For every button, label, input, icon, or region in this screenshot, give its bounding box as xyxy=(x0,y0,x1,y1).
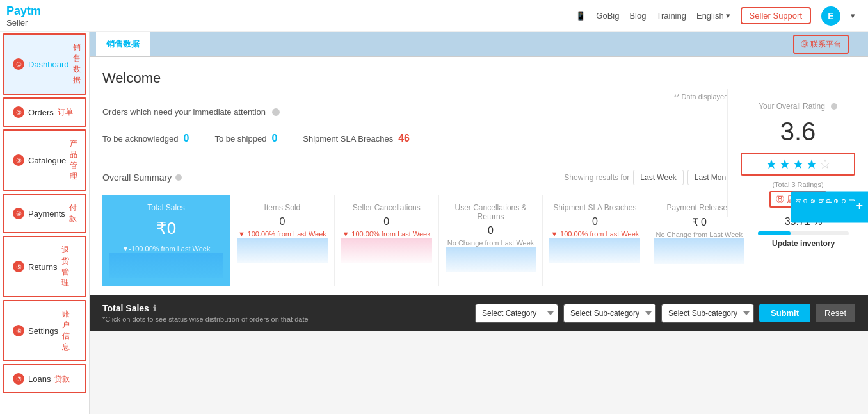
main-content: 销售数据 ⑨ 联系平台 Welcome ** Data displayed on… xyxy=(90,32,868,414)
catalog-progress-fill xyxy=(758,231,791,235)
stat-shipment-sla: Shipment SLA Breaches 46 xyxy=(303,133,410,144)
sidebar-item-dashboard[interactable]: ① Dashboard 销售数据 xyxy=(3,33,86,95)
sidebar-item-returns[interactable]: ⑤ Returns 退货管理 xyxy=(3,236,86,297)
stat-shipment-sla-breaches: Shipment SLA Breaches 0 ▼-100.00% from L… xyxy=(543,195,647,286)
items-sold-title: Items Sold xyxy=(237,203,328,212)
update-inventory-link[interactable]: Update inventory xyxy=(758,239,849,248)
total-sales-change: ▼-100.00% from Last Week xyxy=(109,245,223,253)
info-icon[interactable]: ℹ xyxy=(153,304,156,313)
language-selector[interactable]: English ▾ xyxy=(696,11,730,21)
shipment-sla-value: 0 xyxy=(549,216,640,228)
sla-label: Shipment SLA Breaches xyxy=(303,134,393,144)
tab-sales-data[interactable]: 销售数据 xyxy=(96,32,150,56)
content-area: Welcome ** Data displayed on the dashboa… xyxy=(90,57,868,331)
attention-label: Orders which need your immediate attenti… xyxy=(102,107,266,117)
feedback-tab[interactable]: + feedback xyxy=(791,192,868,223)
stat-total-sales: Total Sales ₹0 ▼-100.00% from Last Week xyxy=(102,195,230,286)
badge-6: ⑥ xyxy=(13,325,24,336)
stat-items-sold: Items Sold 0 ▼-100.00% from Last Week xyxy=(230,195,335,286)
user-cancellations-value: 0 xyxy=(446,225,536,236)
training-link[interactable]: Training xyxy=(656,11,686,21)
bottom-subtitle: *Click on dots to see status wise distri… xyxy=(102,315,309,323)
badge-5: ⑤ xyxy=(13,261,24,272)
sidebar-cn-payments: 付款 xyxy=(69,203,77,224)
acknowledged-label: To be acknowledged xyxy=(102,134,179,144)
sidebar-label-settings: Settings xyxy=(28,326,58,336)
sidebar-cn-returns: 退货管理 xyxy=(61,245,76,288)
sidebar-cn-settings: 账户信息 xyxy=(62,309,76,352)
phone-icon: 📱 xyxy=(575,11,586,21)
stat-to-be-shipped: To be shipped 0 xyxy=(214,133,277,144)
paytm-logo: Paytm xyxy=(6,4,41,18)
shipped-value: 0 xyxy=(271,133,277,144)
shipped-label: To be shipped xyxy=(214,134,266,144)
items-sold-value: 0 xyxy=(237,216,328,228)
seller-support-button[interactable]: Seller Support xyxy=(741,7,811,24)
sidebar-label-returns: Returns xyxy=(28,262,58,272)
sidebar-label-dashboard: Dashboard xyxy=(28,60,69,69)
badge-7: ⑦ xyxy=(13,373,24,385)
seller-cancellations-change: ▼-100.00% from Last Week xyxy=(341,230,432,238)
payment-released-value: ₹ 0 xyxy=(654,216,744,228)
select-subcategory-2[interactable]: Select Sub-category xyxy=(661,304,754,323)
tab-label: 销售数据 xyxy=(106,38,140,50)
summary-dot xyxy=(175,174,182,181)
seller-label: Seller xyxy=(6,18,28,28)
stat-user-cancellations: User Cancellations & Returns 0 No Change… xyxy=(439,195,543,286)
avatar[interactable]: E xyxy=(821,6,840,26)
language-label: English xyxy=(696,11,724,21)
rating-number: 3.6 xyxy=(741,117,855,146)
sidebar-label-payments: Payments xyxy=(28,209,65,219)
sidebar-label-loans: Loans xyxy=(28,374,51,384)
chevron-down-icon[interactable]: ▾ xyxy=(851,11,855,21)
summary-title-text: Overall Summary xyxy=(102,172,172,183)
nav-links: 📱 GoBig Blog Training English ▾ Seller S… xyxy=(575,6,855,26)
top-navigation: Paytm Seller 📱 GoBig Blog Training Engli… xyxy=(0,0,868,32)
sidebar-item-catalogue[interactable]: ③ Catalogue 产品管理 xyxy=(3,129,86,191)
sidebar-cn-loans: 贷款 xyxy=(54,374,70,385)
items-sold-change: ▼-100.00% from Last Week xyxy=(237,230,328,238)
shipment-sla-change: ▼-100.00% from Last Week xyxy=(549,230,640,238)
bottom-controls: Select Category Select Sub-category Sele… xyxy=(475,304,855,323)
rating-label: Your Overall Rating xyxy=(759,102,825,111)
select-subcategory-1[interactable]: Select Sub-category xyxy=(563,304,656,323)
logo: Paytm Seller xyxy=(6,4,41,28)
contact-platform-label: ⑨ 联系平台 xyxy=(801,39,841,50)
seller-cancellations-sparkline xyxy=(341,238,432,263)
sidebar-item-payments[interactable]: ④ Payments 付款 xyxy=(3,194,86,233)
app-layout: ① Dashboard 销售数据 ② Orders 订单 ③ Catalogue… xyxy=(0,32,868,414)
last-week-button[interactable]: Last Week xyxy=(633,170,683,185)
sidebar-item-loans[interactable]: ⑦ Loans 贷款 xyxy=(3,364,86,393)
sidebar-cn-orders: 订单 xyxy=(58,107,73,118)
catalog-progress-bar xyxy=(758,231,849,235)
badge-1: ① xyxy=(13,58,24,70)
rating-header: Your Overall Rating xyxy=(741,102,855,111)
summary-title: Overall Summary xyxy=(102,172,182,183)
shipment-sla-sparkline xyxy=(549,238,640,263)
welcome-title: Welcome xyxy=(102,70,855,87)
showing-label: Showing results for xyxy=(564,173,629,182)
contact-platform[interactable]: ⑨ 联系平台 xyxy=(793,35,849,54)
sidebar: ① Dashboard 销售数据 ② Orders 订单 ③ Catalogue… xyxy=(0,32,90,414)
stars-row: ★ ★ ★ ★ ☆ xyxy=(741,153,855,176)
items-sold-sparkline xyxy=(237,238,328,263)
seller-cancellations-value: 0 xyxy=(341,216,432,228)
sidebar-item-settings[interactable]: ⑥ Settings 账户信息 xyxy=(3,300,86,361)
sidebar-item-orders[interactable]: ② Orders 订单 xyxy=(3,97,86,127)
star-2: ★ xyxy=(779,156,791,172)
submit-button[interactable]: Submit xyxy=(759,304,810,322)
select-category[interactable]: Select Category xyxy=(475,304,558,323)
bottom-info: Total Sales ℹ *Click on dots to see stat… xyxy=(102,303,309,323)
star-3: ★ xyxy=(792,156,804,172)
bottom-title-text: Total Sales xyxy=(102,303,149,313)
reset-button[interactable]: Reset xyxy=(816,304,855,322)
sidebar-label-orders: Orders xyxy=(28,108,54,117)
gobig-link[interactable]: GoBig xyxy=(596,11,619,21)
sidebar-cn-dashboard: 销售数据 xyxy=(73,42,81,86)
total-sales-sparkline xyxy=(109,253,223,278)
feedback-plus: + xyxy=(856,199,864,213)
blog-link[interactable]: Blog xyxy=(629,11,646,21)
seller-cancellations-title: Seller Cancellations xyxy=(341,203,432,212)
payment-released-sparkline xyxy=(654,238,744,264)
badge-4: ④ xyxy=(13,208,24,219)
